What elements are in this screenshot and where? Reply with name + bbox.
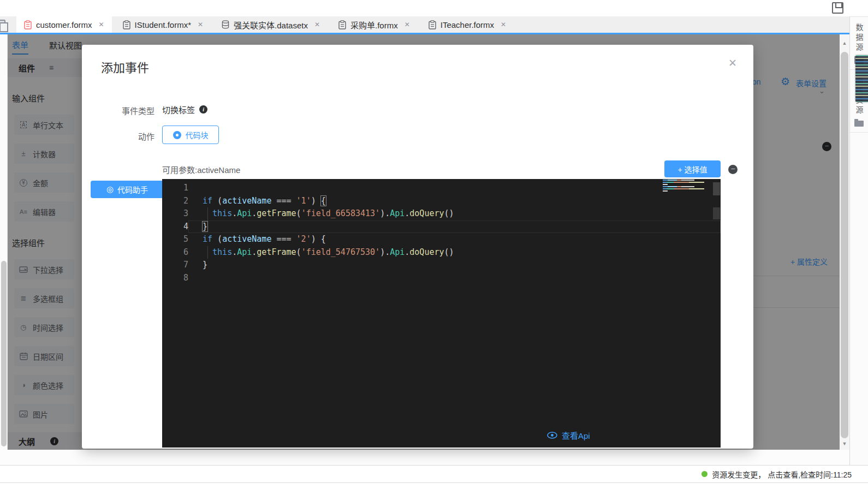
close-icon[interactable]: ✕: [501, 21, 506, 28]
view-api-label: 查看Api: [562, 430, 590, 441]
component-item[interactable]: ¥金额: [14, 172, 74, 193]
component-item-label: 颜色选择: [33, 380, 63, 391]
close-icon[interactable]: ✕: [728, 57, 737, 69]
file-tab-label: customer.formx: [36, 20, 92, 29]
component-item[interactable]: ≣多选框组: [14, 288, 74, 308]
time-picker-icon: ◷: [19, 323, 28, 332]
code-editor[interactable]: 12if (activeName === '1') {3 this.Api.ge…: [162, 179, 721, 448]
component-item-label: 日期区间: [33, 351, 63, 362]
dataset-icon: [222, 20, 229, 29]
component-item[interactable]: A单行文本: [14, 115, 74, 135]
save-icon[interactable]: [832, 2, 843, 14]
tab-overflow-icon[interactable]: [0, 20, 5, 29]
component-item[interactable]: A≡编辑器: [14, 201, 74, 222]
chevron-down-icon[interactable]: ⌄: [819, 87, 825, 95]
file-tab[interactable]: IStudent.formx*✕: [115, 16, 211, 33]
component-item[interactable]: ◑颜色选择: [14, 375, 74, 395]
code-block-radio-option[interactable]: 代码块: [162, 126, 219, 144]
component-section-title: 输入组件: [12, 92, 82, 104]
canvas-bottom-strip: [0, 450, 868, 465]
eye-icon: [547, 432, 557, 439]
app-window: customer.formx✕IStudent.formx*✕强关联实体.dat…: [0, 0, 868, 489]
component-item-label: 金额: [33, 177, 48, 188]
view-api-link[interactable]: 查看Api: [547, 430, 590, 441]
menu-icon[interactable]: ≡: [49, 63, 53, 72]
scroll-up-icon[interactable]: ▲: [840, 40, 849, 46]
info-icon: i: [199, 105, 207, 114]
component-item[interactable]: 日期区间: [14, 346, 74, 366]
scrollbar-thumb[interactable]: [1, 261, 7, 446]
sidebar-tab[interactable]: 默认视图: [49, 39, 82, 54]
money-icon: ¥: [19, 178, 28, 187]
top-toolbar: [0, 0, 868, 16]
resource-rail: 数据源离线资源: [849, 16, 868, 465]
close-icon[interactable]: ✕: [405, 21, 410, 28]
code-line: 6 this.Api.getFrame('field_54767530').Ap…: [162, 246, 721, 259]
close-icon[interactable]: ✕: [314, 21, 320, 28]
toolbar-fragment-text: on: [752, 77, 761, 86]
code-assistant-button[interactable]: ◎ 代码助手: [91, 181, 164, 198]
code-assistant-label: 代码助手: [117, 184, 148, 195]
event-type-label: 事件类型: [82, 105, 154, 116]
code-line-text: [188, 182, 721, 195]
editor-scrollbar-thumb[interactable]: [713, 207, 720, 219]
date-range-icon: [19, 352, 28, 361]
remove-row-icon[interactable]: −: [822, 142, 831, 151]
code-line-text: if (activeName === '1') {: [188, 195, 721, 208]
file-tab[interactable]: 采购单.formx✕: [331, 16, 418, 33]
component-item-label: 编辑器: [33, 206, 56, 217]
file-tab-bar: customer.formx✕IStudent.formx*✕强关联实体.dat…: [0, 16, 868, 34]
outline-footer[interactable]: 大纲 i: [8, 432, 82, 450]
scroll-down-icon[interactable]: ▼: [840, 441, 849, 446]
form-icon: [338, 20, 346, 29]
component-item[interactable]: ±计数器: [14, 144, 74, 164]
remove-action-icon[interactable]: −: [728, 165, 738, 174]
event-type-text: 切换标签: [162, 104, 195, 115]
dialog-title: 添加事件: [101, 58, 149, 75]
component-item[interactable]: 图片: [14, 404, 74, 424]
editor-minimap[interactable]: [663, 180, 712, 194]
components-panel-header: 组件 ≡: [8, 58, 82, 77]
available-params-label: 可用参数:activeName: [162, 164, 240, 175]
event-type-value: 切换标签 i: [162, 104, 207, 115]
component-item-label: 计数器: [33, 148, 56, 159]
sidebar-tab[interactable]: 表单: [12, 39, 28, 55]
file-tab-label: ITeacher.formx: [441, 20, 494, 29]
code-minimap-thumbnail: [855, 55, 868, 102]
form-icon: [123, 20, 130, 29]
workspace-scrollbar[interactable]: ▲ ▼: [840, 34, 849, 450]
component-sidebar: 表单默认视图 组件 ≡ 输入组件A单行文本±计数器¥金额A≡编辑器选择组件下拉选…: [8, 34, 82, 450]
file-tab[interactable]: 强关联实体.datasetx✕: [214, 16, 328, 33]
code-line: 2if (activeName === '1') {: [162, 195, 721, 208]
radio-checked-icon[interactable]: [173, 131, 181, 139]
component-item-label: 多选框组: [33, 293, 63, 304]
component-item-label: 时间选择: [33, 322, 63, 333]
close-icon[interactable]: ✕: [198, 21, 203, 28]
form-icon: [24, 20, 32, 29]
component-item[interactable]: 下拉选择: [14, 259, 74, 279]
select-value-button[interactable]: + 选择值: [664, 160, 721, 177]
scrollbar-thumb[interactable]: [841, 52, 848, 438]
line-number: 4: [162, 220, 188, 234]
component-item[interactable]: ◷时间选择: [14, 317, 74, 337]
code-assistant-icon: ◎: [106, 184, 114, 194]
info-icon: i: [50, 437, 58, 445]
status-message[interactable]: 资源发生变更， 点击查看,检查时间:11:25: [712, 469, 852, 480]
add-property-button[interactable]: + 属性定义: [790, 256, 840, 267]
code-line-text: this.Api.getFrame('field_54767530').Api.…: [188, 246, 721, 259]
line-number: 7: [162, 259, 188, 272]
component-item-label: 单行文本: [33, 120, 63, 130]
code-line: 1: [162, 182, 721, 195]
file-tab[interactable]: ITeacher.formx✕: [421, 16, 514, 33]
editor-scrollbar-thumb[interactable]: [713, 182, 720, 195]
file-tab[interactable]: customer.formx✕: [16, 16, 112, 33]
close-icon[interactable]: ✕: [99, 21, 104, 28]
code-line: 7}: [162, 259, 721, 272]
gear-icon[interactable]: ⚙: [781, 75, 790, 88]
folder-icon: [854, 121, 864, 127]
status-indicator-icon: [701, 471, 708, 477]
page-scrollbar[interactable]: [0, 34, 8, 450]
component-item-label: 图片: [33, 409, 48, 420]
code-lines: 12if (activeName === '1') {3 this.Api.ge…: [162, 182, 721, 284]
bottom-strip: [0, 482, 868, 489]
